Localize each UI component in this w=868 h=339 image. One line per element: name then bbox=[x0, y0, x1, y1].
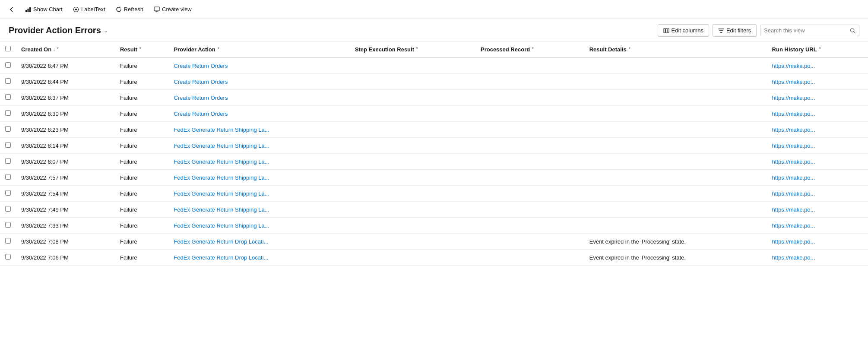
run-history-url-link[interactable]: https://make.po... bbox=[772, 158, 815, 165]
col-processed-record[interactable]: Processed Record ˅ bbox=[475, 41, 584, 57]
title-chevron-icon[interactable]: ⌄ bbox=[104, 28, 108, 34]
row-checkbox[interactable] bbox=[5, 254, 11, 260]
run-history-url-link[interactable]: https://make.po... bbox=[772, 79, 815, 85]
row-checkbox-cell[interactable] bbox=[0, 218, 16, 234]
provider-action-link[interactable]: Create Return Orders bbox=[174, 63, 228, 69]
cell-run-history-url[interactable]: https://make.po... bbox=[767, 218, 868, 234]
cell-provider-action[interactable]: FedEx Generate Return Drop Locati... bbox=[168, 250, 349, 266]
provider-action-link[interactable]: Create Return Orders bbox=[174, 79, 228, 85]
col-provider-action[interactable]: Provider Action ˅ bbox=[168, 41, 349, 57]
row-checkbox[interactable] bbox=[5, 158, 11, 164]
table-row: 9/30/2022 7:33 PMFailureFedEx Generate R… bbox=[0, 218, 868, 234]
table-row: 9/30/2022 7:08 PMFailureFedEx Generate R… bbox=[0, 234, 868, 250]
refresh-button[interactable]: Refresh bbox=[111, 4, 148, 15]
row-checkbox-cell[interactable] bbox=[0, 170, 16, 186]
col-result[interactable]: Result ˅ bbox=[115, 41, 168, 57]
col-created-on[interactable]: Created On ↓ ˅ bbox=[16, 41, 115, 57]
cell-run-history-url[interactable]: https://make.po... bbox=[767, 202, 868, 218]
cell-provider-action[interactable]: FedEx Generate Return Shipping La... bbox=[168, 218, 349, 234]
create-view-button[interactable]: Create view bbox=[149, 4, 196, 15]
select-all-checkbox[interactable] bbox=[5, 46, 11, 51]
cell-provider-action[interactable]: FedEx Generate Return Shipping La... bbox=[168, 170, 349, 186]
provider-action-link[interactable]: FedEx Generate Return Shipping La... bbox=[174, 190, 269, 197]
col-run-history-url[interactable]: Run History URL ˅ bbox=[767, 41, 868, 57]
cell-run-history-url[interactable]: https://make.po... bbox=[767, 106, 868, 122]
run-history-url-link[interactable]: https://make.po... bbox=[772, 174, 815, 181]
provider-action-link[interactable]: FedEx Generate Return Drop Locati... bbox=[174, 254, 268, 261]
back-button[interactable] bbox=[4, 4, 19, 15]
cell-provider-action[interactable]: FedEx Generate Return Drop Locati... bbox=[168, 234, 349, 250]
row-checkbox-cell[interactable] bbox=[0, 90, 16, 106]
row-checkbox[interactable] bbox=[5, 222, 11, 228]
row-checkbox-cell[interactable] bbox=[0, 57, 16, 74]
row-checkbox-cell[interactable] bbox=[0, 250, 16, 266]
cell-provider-action[interactable]: FedEx Generate Return Shipping La... bbox=[168, 202, 349, 218]
run-history-url-link[interactable]: https://make.po... bbox=[772, 127, 815, 133]
label-text-button[interactable]: LabelText bbox=[69, 4, 110, 15]
cell-run-history-url[interactable]: https://make.po... bbox=[767, 170, 868, 186]
run-history-url-link[interactable]: https://make.po... bbox=[772, 95, 815, 101]
row-checkbox-cell[interactable] bbox=[0, 74, 16, 90]
run-history-url-link[interactable]: https://make.po... bbox=[772, 222, 815, 229]
cell-run-history-url[interactable]: https://make.po... bbox=[767, 154, 868, 170]
cell-run-history-url[interactable]: https://make.po... bbox=[767, 250, 868, 266]
row-checkbox[interactable] bbox=[5, 94, 11, 100]
row-checkbox-cell[interactable] bbox=[0, 154, 16, 170]
row-checkbox-cell[interactable] bbox=[0, 202, 16, 218]
table-row: 9/30/2022 8:47 PMFailureCreate Return Or… bbox=[0, 57, 868, 74]
edit-columns-button[interactable]: Edit columns bbox=[658, 24, 709, 37]
row-checkbox[interactable] bbox=[5, 174, 11, 180]
row-checkbox[interactable] bbox=[5, 190, 11, 196]
provider-action-link[interactable]: FedEx Generate Return Drop Locati... bbox=[174, 238, 268, 245]
cell-provider-action[interactable]: FedEx Generate Return Shipping La... bbox=[168, 186, 349, 202]
cell-provider-action[interactable]: Create Return Orders bbox=[168, 57, 349, 74]
cell-provider-action[interactable]: Create Return Orders bbox=[168, 74, 349, 90]
cell-run-history-url[interactable]: https://make.po... bbox=[767, 138, 868, 154]
cell-run-history-url[interactable]: https://make.po... bbox=[767, 186, 868, 202]
col-step-execution-result[interactable]: Step Execution Result ˅ bbox=[350, 41, 475, 57]
run-history-url-link[interactable]: https://make.po... bbox=[772, 206, 815, 213]
cell-provider-action[interactable]: FedEx Generate Return Shipping La... bbox=[168, 122, 349, 138]
row-checkbox-cell[interactable] bbox=[0, 186, 16, 202]
row-checkbox[interactable] bbox=[5, 78, 11, 84]
run-history-url-link[interactable]: https://make.po... bbox=[772, 143, 815, 149]
provider-action-link[interactable]: FedEx Generate Return Shipping La... bbox=[174, 222, 269, 229]
provider-action-link[interactable]: FedEx Generate Return Shipping La... bbox=[174, 143, 269, 149]
cell-run-history-url[interactable]: https://make.po... bbox=[767, 90, 868, 106]
row-checkbox[interactable] bbox=[5, 126, 11, 132]
provider-action-link[interactable]: Create Return Orders bbox=[174, 95, 228, 101]
run-history-url-link[interactable]: https://make.po... bbox=[772, 254, 815, 261]
search-box[interactable] bbox=[760, 25, 859, 36]
row-checkbox-cell[interactable] bbox=[0, 138, 16, 154]
cell-provider-action[interactable]: FedEx Generate Return Shipping La... bbox=[168, 154, 349, 170]
run-history-url-link[interactable]: https://make.po... bbox=[772, 238, 815, 245]
provider-action-link[interactable]: FedEx Generate Return Shipping La... bbox=[174, 158, 269, 165]
row-checkbox[interactable] bbox=[5, 110, 11, 116]
run-history-url-link[interactable]: https://make.po... bbox=[772, 111, 815, 117]
col-result-details[interactable]: Result Details ˅ bbox=[584, 41, 767, 57]
row-checkbox-cell[interactable] bbox=[0, 106, 16, 122]
show-chart-button[interactable]: Show Chart bbox=[21, 4, 67, 15]
row-checkbox-cell[interactable] bbox=[0, 234, 16, 250]
search-input[interactable] bbox=[764, 27, 850, 34]
cell-run-history-url[interactable]: https://make.po... bbox=[767, 122, 868, 138]
cell-run-history-url[interactable]: https://make.po... bbox=[767, 74, 868, 90]
provider-action-link[interactable]: Create Return Orders bbox=[174, 111, 228, 117]
row-checkbox[interactable] bbox=[5, 62, 11, 68]
row-checkbox[interactable] bbox=[5, 206, 11, 212]
edit-filters-button[interactable]: Edit filters bbox=[713, 24, 757, 37]
provider-action-link[interactable]: FedEx Generate Return Shipping La... bbox=[174, 206, 269, 213]
row-checkbox-cell[interactable] bbox=[0, 122, 16, 138]
provider-action-link[interactable]: FedEx Generate Return Shipping La... bbox=[174, 174, 269, 181]
provider-action-link[interactable]: FedEx Generate Return Shipping La... bbox=[174, 127, 269, 133]
select-all-checkbox-col[interactable] bbox=[0, 41, 16, 57]
cell-run-history-url[interactable]: https://make.po... bbox=[767, 234, 868, 250]
row-checkbox[interactable] bbox=[5, 142, 11, 148]
run-history-url-link[interactable]: https://make.po... bbox=[772, 63, 815, 69]
cell-provider-action[interactable]: Create Return Orders bbox=[168, 90, 349, 106]
cell-provider-action[interactable]: FedEx Generate Return Shipping La... bbox=[168, 138, 349, 154]
cell-run-history-url[interactable]: https://make.po... bbox=[767, 57, 868, 74]
cell-provider-action[interactable]: Create Return Orders bbox=[168, 106, 349, 122]
row-checkbox[interactable] bbox=[5, 238, 11, 244]
run-history-url-link[interactable]: https://make.po... bbox=[772, 190, 815, 197]
